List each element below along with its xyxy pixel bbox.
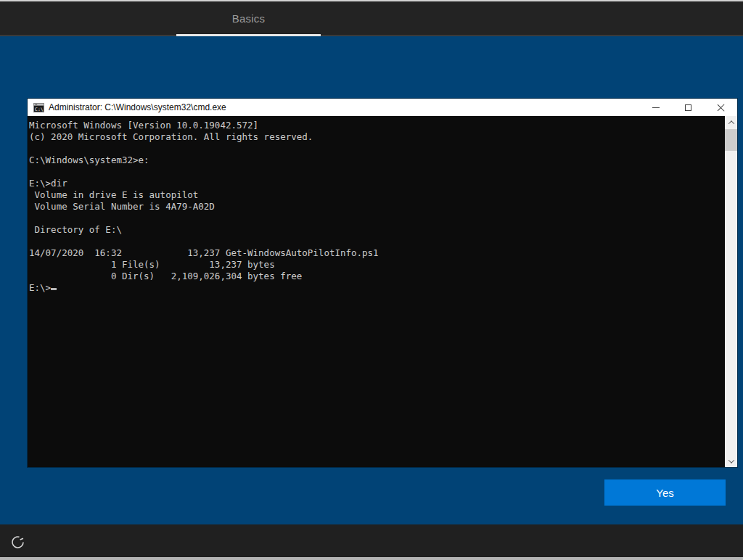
terminal-scrollbar[interactable] bbox=[725, 116, 737, 467]
chevron-up-icon bbox=[728, 120, 734, 126]
wizard-header: Basics bbox=[0, 1, 743, 36]
terminal-area[interactable]: Microsoft Windows [Version 10.0.19042.57… bbox=[28, 116, 737, 467]
bottom-edge-strip bbox=[0, 557, 743, 560]
minimize-icon bbox=[652, 107, 660, 108]
svg-text:C:\: C:\ bbox=[35, 106, 44, 112]
cmd-window: C:\ Administrator: C:\Windows\system32\c… bbox=[28, 99, 737, 467]
terminal-prompt-line: E:\> bbox=[28, 282, 737, 294]
footer-bar bbox=[0, 524, 743, 557]
terminal-prompt: E:\> bbox=[29, 282, 51, 293]
ease-of-access-icon bbox=[11, 535, 25, 549]
oobe-screen: Basics C:\ Administrator: C:\Windows\sys… bbox=[0, 0, 743, 560]
maximize-icon bbox=[685, 104, 691, 111]
terminal-cursor bbox=[51, 288, 57, 290]
close-icon bbox=[717, 104, 725, 112]
tab-basics-underline bbox=[176, 34, 321, 36]
maximize-button[interactable] bbox=[672, 99, 705, 116]
scroll-down-button[interactable] bbox=[725, 455, 737, 467]
minimize-button[interactable] bbox=[639, 99, 672, 116]
scrollbar-thumb[interactable] bbox=[725, 129, 737, 151]
close-button[interactable] bbox=[705, 99, 737, 116]
chevron-down-icon bbox=[728, 457, 734, 463]
terminal-output: Microsoft Windows [Version 10.0.19042.57… bbox=[28, 116, 737, 282]
tab-basics-label: Basics bbox=[232, 12, 265, 25]
cmd-window-title: Administrator: C:\Windows\system32\cmd.e… bbox=[49, 102, 226, 112]
cmd-window-controls bbox=[639, 99, 737, 116]
scroll-up-button[interactable] bbox=[725, 116, 737, 128]
cmd-icon: C:\ bbox=[33, 103, 44, 112]
yes-button[interactable]: Yes bbox=[604, 479, 726, 506]
tab-basics[interactable]: Basics bbox=[176, 1, 321, 35]
ease-of-access-button[interactable] bbox=[9, 534, 25, 550]
cmd-titlebar[interactable]: C:\ Administrator: C:\Windows\system32\c… bbox=[28, 99, 737, 116]
